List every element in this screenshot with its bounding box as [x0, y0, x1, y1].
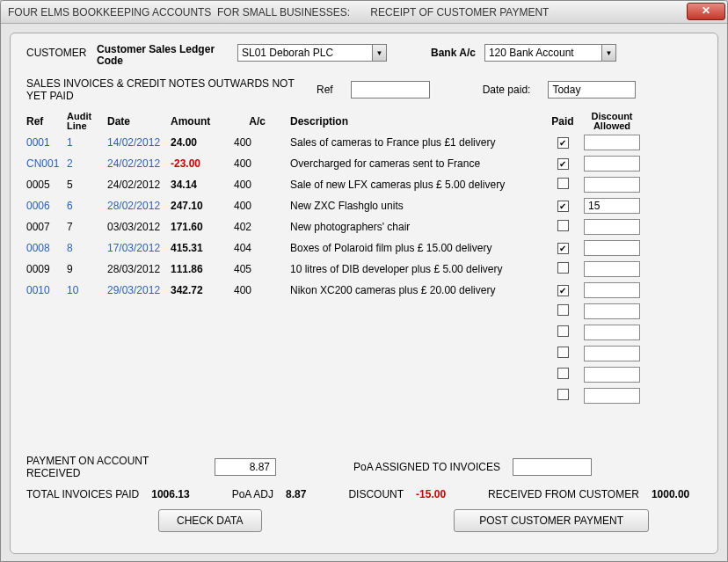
col-description: Description	[290, 115, 545, 128]
discount-input[interactable]	[584, 346, 640, 361]
table-row: 0001114/02/201224.00400Sales of cameras …	[26, 132, 702, 153]
cell-ac: 400	[234, 157, 273, 170]
cell-ref: 0005	[26, 179, 67, 191]
col-paid: Paid	[545, 115, 580, 128]
discount-input[interactable]	[584, 325, 640, 340]
cell-date: 24/02/2012	[107, 157, 171, 170]
col-discount: Discount Allowed	[580, 112, 644, 131]
close-icon: ✕	[702, 4, 710, 17]
paid-checkbox[interactable]	[557, 347, 569, 358]
grid-header: Ref Audit Line Date Amount A/c Descripti…	[26, 111, 702, 132]
paid-checkbox[interactable]	[557, 178, 569, 189]
discount-input[interactable]	[584, 240, 640, 256]
ref-input[interactable]	[351, 81, 430, 99]
not-paid-label: SALES INVOICES & CREDIT NOTES OUTWARDS N…	[26, 77, 299, 102]
table-row: 0006628/02/2012247.10400New ZXC Flashglo…	[26, 195, 702, 216]
cell-ac: 400	[234, 179, 273, 191]
cell-audit: 6	[67, 200, 107, 212]
col-date: Date	[107, 115, 171, 128]
customer-combo[interactable]: SL01 Deborah PLC ▼	[237, 44, 387, 62]
cell-date: 17/03/2012	[107, 242, 171, 254]
poa-assigned-input[interactable]	[513, 458, 592, 476]
table-row-empty	[26, 385, 702, 406]
ref-label: Ref	[317, 84, 333, 96]
received-label: RECEIVED FROM CUSTOMER	[488, 488, 639, 500]
bank-combo[interactable]: 120 Bank Account ▼	[484, 44, 616, 62]
discount-input[interactable]	[584, 198, 640, 214]
cell-audit: 9	[67, 263, 107, 275]
discount-input[interactable]	[584, 388, 640, 404]
paid-checkbox[interactable]: ✔	[557, 137, 569, 149]
poa-received-value: 8.87	[250, 461, 270, 473]
cell-description: New ZXC Flashglo units	[290, 200, 545, 212]
cell-audit: 1	[67, 136, 107, 149]
cell-date: 29/03/2012	[107, 284, 171, 296]
date-paid-input[interactable]: Today	[548, 81, 636, 99]
customer-combo-value: SL01 Deborah PLC	[242, 47, 333, 59]
discount-input[interactable]	[584, 261, 640, 277]
paid-checkbox[interactable]	[557, 304, 569, 316]
date-paid-label: Date paid:	[483, 84, 531, 96]
close-button[interactable]: ✕	[687, 3, 725, 20]
poa-assigned-label: PoA ASSIGNED TO INVOICES	[353, 461, 500, 473]
post-payment-button[interactable]: POST CUSTOMER PAYMENT	[454, 509, 649, 532]
window-title: FOUR ELMS BOOKKEEPING ACCOUNTS FOR SMALL…	[8, 6, 549, 18]
cell-audit: 5	[67, 179, 107, 191]
paid-checkbox[interactable]: ✔	[557, 243, 569, 254]
footer-row-1: PAYMENT ON ACCOUNT RECEIVED 8.87 PoA ASS…	[26, 455, 702, 479]
check-data-button[interactable]: CHECK DATA	[158, 509, 262, 532]
cell-amount: 24.00	[171, 136, 234, 149]
cell-description: New photographers' chair	[290, 221, 545, 233]
bank-combo-value: 120 Bank Account	[489, 47, 574, 59]
poa-received-label: PAYMENT ON ACCOUNT RECEIVED	[26, 455, 202, 479]
table-row: CN001224/02/2012-23.00400Overcharged for…	[26, 153, 702, 174]
cell-ac: 400	[234, 136, 273, 149]
paid-checkbox[interactable]: ✔	[557, 158, 569, 170]
cell-description: Overcharged for cameras sent to France	[290, 157, 545, 170]
cell-amount: 111.86	[171, 263, 234, 275]
discount-input[interactable]	[584, 367, 640, 383]
cell-date: 14/02/2012	[107, 136, 171, 149]
poa-adj-value: 8.87	[286, 488, 306, 500]
discount-input[interactable]	[584, 303, 640, 319]
cell-amount: 34.14	[171, 179, 234, 191]
table-row-empty	[26, 343, 702, 364]
cell-audit: 8	[67, 242, 107, 254]
cell-description: Sale of new LFX cameras plus £ 5.00 deli…	[290, 179, 545, 191]
footer: PAYMENT ON ACCOUNT RECEIVED 8.87 PoA ASS…	[26, 455, 702, 541]
discount-input[interactable]	[584, 282, 640, 298]
cell-amount: 415.31	[171, 242, 234, 254]
table-row: 0009928/03/2012111.8640510 litres of DIB…	[26, 259, 702, 280]
check-data-label: CHECK DATA	[177, 515, 244, 527]
table-row: 00101029/03/2012342.72400Nikon XC200 cam…	[26, 280, 702, 301]
received-value: 1000.00	[652, 488, 689, 500]
main-panel: CUSTOMER Customer Sales Ledger Code SL01…	[10, 33, 718, 554]
discount-input[interactable]	[584, 156, 640, 172]
poa-received-input[interactable]: 8.87	[215, 458, 276, 476]
table-row: 0007703/03/2012171.60402New photographer…	[26, 216, 702, 237]
app-window: FOUR ELMS BOOKKEEPING ACCOUNTS FOR SMALL…	[0, 0, 728, 562]
cell-amount: 171.60	[171, 221, 234, 233]
discount-input[interactable]	[584, 219, 640, 235]
cell-audit: 10	[67, 284, 107, 296]
discount-input[interactable]	[584, 177, 640, 193]
paid-checkbox[interactable]	[557, 389, 569, 400]
cell-amount: 342.72	[171, 284, 234, 296]
paid-checkbox[interactable]	[557, 220, 569, 231]
cell-ref: 0010	[26, 284, 67, 296]
cell-description: Boxes of Polaroid film plus £ 15.00 deli…	[290, 242, 545, 254]
ledger-code-label: Customer Sales Ledger Code	[97, 44, 229, 67]
paid-checkbox[interactable]: ✔	[557, 285, 569, 296]
cell-ac: 402	[234, 221, 273, 233]
paid-checkbox[interactable]	[557, 368, 569, 379]
cell-ref: 0009	[26, 263, 67, 275]
paid-checkbox[interactable]	[557, 325, 569, 337]
cell-ref: 0001	[26, 136, 67, 149]
paid-checkbox[interactable]: ✔	[557, 201, 569, 212]
discount-input[interactable]	[584, 135, 640, 150]
paid-checkbox[interactable]	[557, 262, 569, 274]
title-bar: FOUR ELMS BOOKKEEPING ACCOUNTS FOR SMALL…	[1, 1, 727, 24]
chevron-down-icon: ▼	[372, 45, 386, 61]
cell-description: Sales of cameras to France plus £1 deliv…	[290, 136, 545, 149]
col-audit-line: Audit Line	[67, 112, 107, 131]
